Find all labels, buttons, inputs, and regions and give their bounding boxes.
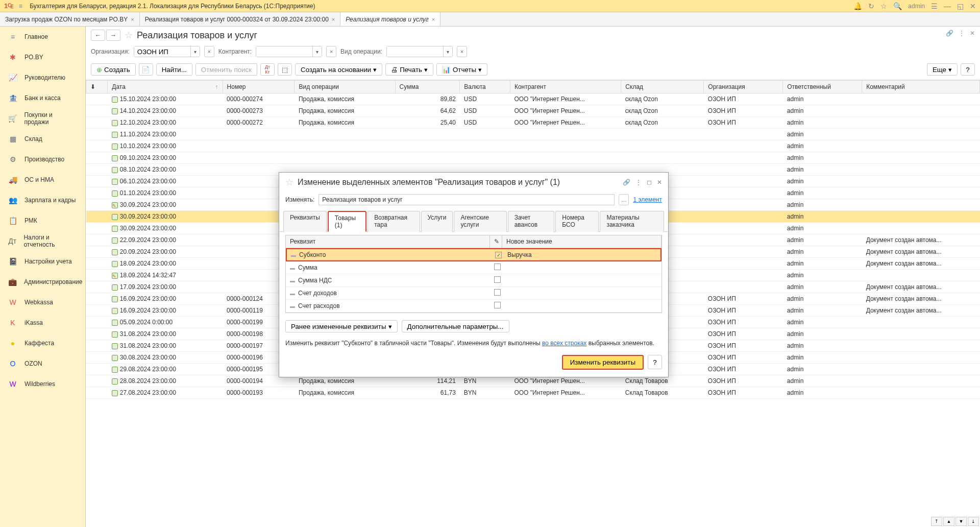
count-link[interactable]: 1 элемент (633, 196, 662, 203)
create-based-button[interactable]: Создать на основании ▾ (295, 63, 382, 76)
column-header[interactable]: Номер (223, 81, 295, 93)
column-header[interactable]: Вид операции (295, 81, 395, 93)
oper-input[interactable] (387, 46, 443, 57)
sidebar-item[interactable]: OOZON (0, 353, 85, 374)
sidebar-item[interactable]: 🛒Покупки и продажи (0, 108, 85, 129)
sidebar-item[interactable]: 🚚ОС и НМА (0, 170, 85, 190)
column-header[interactable]: Дата ↑ (108, 81, 223, 93)
scroll-up-icon[interactable]: ▲ (943, 517, 954, 526)
contr-input[interactable] (256, 46, 312, 57)
modal-tab[interactable]: Реквизиты (283, 211, 327, 232)
sidebar-item[interactable]: WWebkassa (0, 292, 85, 313)
table[interactable]: ⬇Дата ↑НомерВид операцииСуммаВалютаКонтр… (86, 80, 980, 527)
modal-tab[interactable]: Услуги (421, 211, 453, 232)
table-row[interactable]: 11.10.2024 23:00:00 admin (86, 129, 980, 140)
change-ellipsis-icon[interactable]: … (619, 194, 629, 205)
tab-close-icon[interactable]: × (131, 16, 134, 22)
all-rows-link[interactable]: во всех строках (542, 340, 586, 347)
sidebar-item[interactable]: 💼Администрирование (0, 272, 85, 292)
col-icon[interactable]: ⬇ (86, 81, 108, 93)
modal-more-icon[interactable]: ⋮ (635, 179, 642, 186)
more-icon[interactable]: ⋮ (959, 30, 965, 37)
tab[interactable]: Загрузка продаж OZON по месяцам PO.BY× (0, 12, 140, 26)
org-input[interactable] (134, 46, 190, 57)
dtct-button[interactable]: ДтКт (260, 63, 275, 76)
search-icon[interactable]: 🔍 (893, 2, 902, 10)
star-icon[interactable]: ☆ (880, 2, 887, 10)
column-header[interactable]: Склад (621, 81, 704, 93)
sidebar-item[interactable]: ▦Склад (0, 129, 85, 149)
find-button[interactable]: Найти... (156, 63, 192, 76)
table-row[interactable]: 14.10.2024 23:00:00 0000-000273Продажа, … (86, 105, 980, 117)
modal-link-icon[interactable]: 🔗 (623, 179, 630, 186)
sidebar-item[interactable]: 👥Зарплата и кадры (0, 190, 85, 210)
modal-tab[interactable]: Агентские услуги (454, 211, 506, 232)
checkbox[interactable] (494, 302, 501, 308)
sidebar-item[interactable]: KiKassa (0, 313, 85, 333)
sidebar-item[interactable]: 📈Руководителю (0, 67, 85, 88)
column-header[interactable]: Валюта (460, 81, 510, 93)
modal-tab[interactable]: Товары (1) (328, 211, 366, 232)
sidebar-item[interactable]: ≡Главное (0, 27, 85, 47)
scroll-bottom-icon[interactable]: ⤓ (968, 517, 979, 526)
grid-row[interactable]: ▬Счет доходов (286, 287, 662, 300)
minimize-icon[interactable]: — (944, 2, 951, 10)
tab[interactable]: Реализация товаров и услуг× (340, 12, 440, 26)
column-header[interactable]: Контрагент (510, 81, 621, 93)
restore-icon[interactable]: ◱ (957, 2, 964, 10)
cancel-search-button[interactable]: Отменить поиск (195, 63, 257, 76)
extra-params-button[interactable]: Дополнительные параметры... (402, 320, 509, 332)
grid-row[interactable]: ▬Субконто ✓ Выручка (286, 248, 662, 261)
more-button[interactable]: Еще ▾ (927, 63, 958, 76)
tab[interactable]: Реализация товаров и услуг 0000-000324 о… (140, 12, 341, 26)
sidebar-item[interactable]: ⚙Производство (0, 149, 85, 170)
sidebar-item[interactable]: 📓Настройки учета (0, 251, 85, 272)
table-row[interactable]: 27.08.2024 23:00:00 0000-000193Продажа, … (86, 387, 980, 399)
scroll-top-icon[interactable]: ⤒ (931, 517, 942, 526)
sidebar-item[interactable]: ●Каффеста (0, 333, 85, 353)
table-row[interactable]: 09.10.2024 23:00:00 admin (86, 152, 980, 164)
modal-close-icon[interactable]: ✕ (657, 179, 662, 186)
reports-button[interactable]: 📊 Отчеты ▾ (436, 63, 487, 76)
link-icon[interactable]: 🔗 (946, 30, 953, 37)
checkbox[interactable]: ✓ (495, 252, 502, 258)
apply-button[interactable]: Изменить реквизиты (562, 355, 644, 370)
change-input[interactable]: Реализация товаров и услуг (318, 194, 615, 205)
tab-close-icon[interactable]: × (332, 16, 335, 22)
close-icon[interactable]: ✕ (970, 2, 976, 10)
print-button[interactable]: 🖨 Печать ▾ (385, 63, 433, 76)
tab-close-icon[interactable]: × (432, 16, 435, 22)
org-dropdown-icon[interactable]: ▾ (190, 46, 200, 57)
table-row[interactable]: 12.10.2024 23:00:00 0000-000272Продажа, … (86, 117, 980, 129)
modal-tab[interactable]: Возвратная тара (368, 211, 420, 232)
modal-help-button[interactable]: ? (648, 355, 662, 369)
checkbox[interactable] (494, 264, 501, 270)
forward-button[interactable]: → (106, 30, 120, 41)
org-field[interactable]: ▾ (134, 46, 200, 57)
table-row[interactable]: 10.10.2024 23:00:00 admin (86, 140, 980, 152)
column-header[interactable]: Комментарий (862, 81, 980, 93)
modal-tab[interactable]: Номера БСО (555, 211, 599, 232)
back-button[interactable]: ← (91, 30, 105, 41)
oper-clear-icon[interactable]: × (457, 46, 467, 57)
bell-icon[interactable]: 🔔 (853, 2, 862, 10)
sidebar-item[interactable]: ✱PO.BY (0, 47, 85, 67)
contr-field[interactable]: ▾ (256, 46, 322, 57)
help-button[interactable]: ? (961, 63, 975, 76)
settings-icon[interactable]: ☰ (931, 2, 938, 10)
modal-tab[interactable]: Материалы заказчика (600, 211, 664, 232)
modal-tab[interactable]: Зачет авансов (508, 211, 555, 232)
contr-clear-icon[interactable]: × (326, 46, 336, 57)
checkbox[interactable] (494, 289, 501, 296)
favorite-icon[interactable]: ☆ (125, 30, 133, 41)
sidebar-item[interactable]: ДтНалоги и отчетность (0, 231, 85, 251)
hamburger-icon[interactable]: ≡ (16, 3, 24, 10)
modal-favorite-icon[interactable]: ☆ (285, 177, 293, 188)
prev-changed-button[interactable]: Ранее измененные реквизиты ▾ (285, 320, 398, 332)
create-button[interactable]: Создать (91, 63, 136, 76)
history-icon[interactable]: ↻ (868, 2, 874, 10)
grid-row[interactable]: ▬Счет расходов (286, 300, 662, 313)
structure-button[interactable]: ⬚ (278, 63, 292, 76)
column-header[interactable]: Сумма (395, 81, 460, 93)
org-clear-icon[interactable]: × (204, 46, 214, 57)
